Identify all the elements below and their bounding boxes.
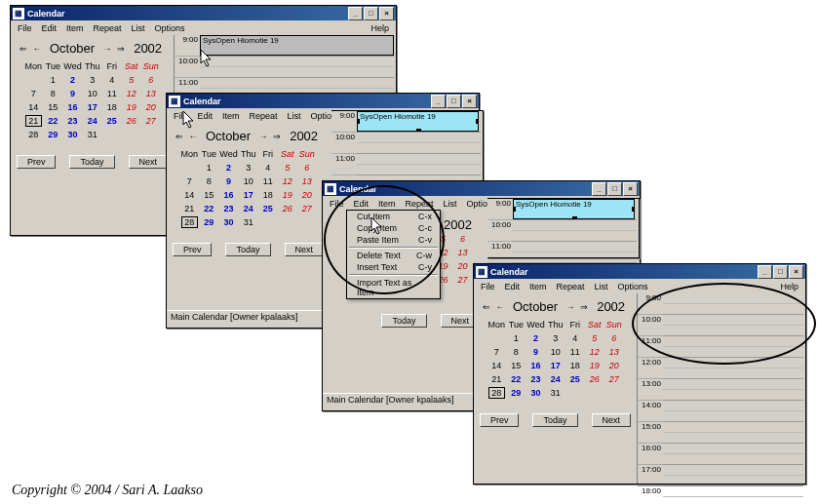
calendar-day[interactable]: 5 — [585, 331, 604, 345]
calendar-day[interactable] — [141, 128, 161, 141]
menu-edit[interactable]: Edit — [193, 110, 218, 122]
calendar-day[interactable]: 9 — [218, 174, 238, 188]
maximize-button[interactable]: □ — [607, 182, 622, 196]
menu-item[interactable]: Item — [525, 281, 552, 292]
calendar-day[interactable] — [297, 215, 317, 229]
menu-item[interactable]: Import Text as Item — [347, 277, 440, 298]
calendar-day[interactable]: 6 — [453, 232, 473, 246]
calendar-day[interactable]: 13 — [297, 174, 317, 188]
time-slot[interactable] — [513, 252, 637, 263]
calendar-day[interactable]: 31 — [546, 386, 565, 400]
calendar-day[interactable]: 26 — [278, 202, 297, 215]
calendar-day[interactable]: 28 — [487, 386, 506, 400]
titlebar[interactable]: ▦ Calendar _ □ × — [167, 94, 479, 108]
today-button[interactable]: Today — [532, 413, 577, 427]
calendar-day[interactable]: 11 — [565, 345, 585, 359]
time-slot[interactable] — [663, 368, 803, 379]
calendar-day[interactable]: 9 — [526, 345, 545, 359]
calendar-day[interactable]: 15 — [199, 188, 218, 202]
calendar-day[interactable]: 6 — [297, 161, 317, 174]
calendar-day[interactable]: 25 — [258, 202, 278, 215]
calendar-day[interactable] — [179, 161, 199, 174]
time-slot[interactable] — [663, 379, 803, 390]
today-button[interactable]: Today — [69, 155, 114, 169]
menu-item[interactable]: Item — [217, 110, 245, 122]
next-month-small-icon[interactable]: → — [565, 302, 575, 312]
calendar-day[interactable]: 22 — [199, 202, 218, 215]
menu-item[interactable]: Item — [373, 198, 401, 210]
calendar-day[interactable] — [258, 215, 278, 229]
calendar-day[interactable]: 17 — [83, 100, 102, 114]
titlebar[interactable]: ▦ Calendar _ □ × — [474, 264, 805, 279]
calendar-day[interactable]: 26 — [585, 372, 604, 386]
calendar-day[interactable]: 27 — [141, 114, 161, 128]
time-slot[interactable] — [663, 476, 803, 486]
menu-item[interactable]: Delete TextC-w — [347, 250, 440, 261]
menu-options[interactable]: Options — [613, 281, 653, 292]
time-slot[interactable] — [663, 465, 803, 476]
calendar-day[interactable]: 22 — [506, 372, 526, 386]
edit-menu-dropdown[interactable]: Cut ItemC-xCopy ItemC-cPaste ItemC-vDele… — [346, 210, 441, 299]
time-slot[interactable] — [663, 304, 803, 315]
calendar-day[interactable]: 24 — [239, 202, 258, 215]
calendar-day[interactable]: 10 — [546, 345, 565, 359]
calendar-day[interactable]: 11 — [102, 87, 122, 100]
time-slot[interactable] — [357, 165, 481, 175]
next-button[interactable]: Next — [592, 413, 632, 427]
prev-month-small-icon[interactable]: ← — [188, 132, 198, 141]
resize-handle-left[interactable] — [357, 119, 360, 124]
next-month-icon[interactable]: ⇒ — [116, 44, 126, 54]
calendar-day[interactable]: 22 — [43, 114, 62, 128]
calendar-day[interactable]: 6 — [141, 73, 161, 87]
calendar-day[interactable] — [565, 386, 585, 400]
maximize-button[interactable]: □ — [447, 95, 461, 108]
calendar-day[interactable]: 21 — [179, 202, 199, 215]
calendar-day[interactable] — [487, 331, 506, 345]
calendar-day[interactable]: 28 — [23, 128, 43, 141]
menu-edit[interactable]: Edit — [349, 198, 374, 210]
menu-file[interactable]: File — [13, 22, 37, 34]
calendar-day[interactable]: 6 — [604, 331, 624, 345]
calendar-day[interactable]: 20 — [297, 188, 317, 202]
minimize-button[interactable]: _ — [348, 7, 363, 20]
calendar-day[interactable]: 18 — [258, 188, 278, 202]
time-slot[interactable] — [663, 390, 803, 401]
calendar-day[interactable]: 8 — [506, 345, 526, 359]
calendar-day[interactable]: 14 — [23, 100, 43, 114]
calendar-day[interactable] — [278, 215, 297, 229]
prev-button[interactable]: Prev — [173, 243, 213, 256]
time-slot[interactable] — [663, 315, 803, 326]
calendar-day[interactable]: 11 — [258, 174, 278, 188]
calendar-day[interactable]: 27 — [453, 273, 473, 287]
time-slot[interactable] — [663, 411, 803, 422]
menu-edit[interactable]: Edit — [37, 22, 62, 34]
time-slot[interactable] — [200, 57, 394, 67]
menu-file[interactable]: File — [169, 110, 193, 122]
resize-handle-left[interactable] — [513, 207, 516, 212]
today-button[interactable]: Today — [225, 243, 270, 256]
calendar-day[interactable]: 3 — [239, 161, 258, 174]
calendar-day[interactable]: 18 — [565, 359, 585, 372]
calendar-day[interactable]: 2 — [62, 73, 82, 87]
calendar-day[interactable]: 29 — [506, 386, 526, 400]
menu-repeat[interactable]: Repeat — [245, 110, 283, 122]
calendar-day[interactable]: 14 — [487, 359, 506, 372]
calendar-day[interactable] — [604, 386, 624, 400]
prev-button[interactable]: Prev — [480, 413, 520, 427]
calendar-day[interactable]: 26 — [122, 114, 141, 128]
calendar-day[interactable]: 25 — [102, 114, 122, 128]
resize-handle-right[interactable] — [632, 207, 635, 212]
calendar-day[interactable]: 10 — [83, 87, 102, 100]
calendar-day[interactable]: 29 — [43, 128, 62, 141]
calendar-day[interactable]: 18 — [102, 100, 122, 114]
calendar-day[interactable]: 31 — [83, 128, 102, 141]
calendar-day[interactable]: 19 — [278, 188, 297, 202]
appointment-selected[interactable]: SysOpen Hiomotie 19 — [357, 111, 479, 132]
day-schedule[interactable]: 9:0010:0011:0012:0013:0014:0015:0016:001… — [637, 293, 805, 484]
calendar-day[interactable]: 23 — [526, 372, 545, 386]
maximize-button[interactable]: □ — [773, 265, 788, 279]
calendar-day[interactable]: 3 — [546, 331, 565, 345]
menu-help[interactable]: Help — [366, 22, 394, 34]
calendar-day[interactable] — [23, 73, 43, 87]
calendar-day[interactable] — [453, 287, 473, 300]
